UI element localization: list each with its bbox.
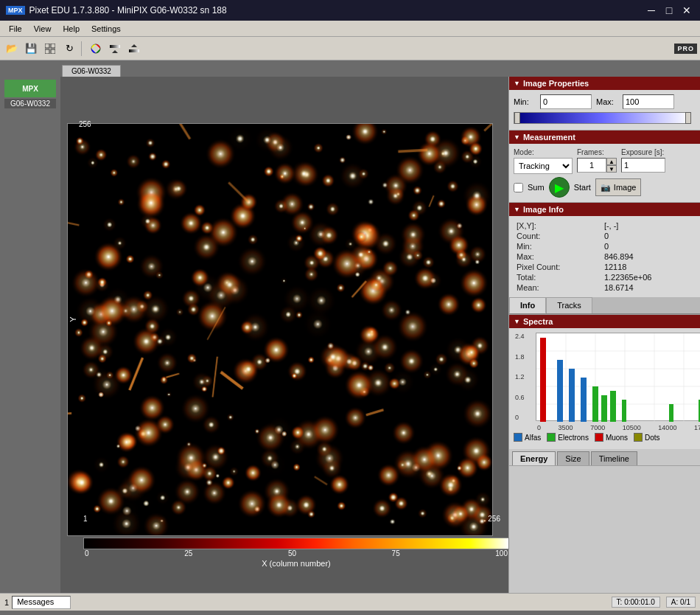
svg-rect-26 [592,386,598,422]
maximize-button[interactable]: □ [662,4,676,16]
tab-energy[interactable]: Energy [512,451,556,465]
sum-row: Sum ▶ Start 📷 Image [514,177,696,198]
app-title: Pixet EDU 1.7.3.880 - MiniPIX G06-W0332 … [29,5,227,15]
sidebar: MPX G06-W0332 [0,77,60,593]
legend-electrons: Electrons [547,433,589,442]
right-panel: ▼ Image Properties Min: Max: [508,77,700,593]
ip-max-input[interactable] [623,94,674,109]
x-axis-right-label: 256 [488,515,500,523]
exposure-label: Exposure [s]: [621,148,665,156]
grid-button[interactable] [41,40,59,58]
tab-tracks[interactable]: Tracks [546,297,592,313]
mode-label: Mode: [514,148,573,156]
meas-arrow-icon: ▼ [514,133,520,141]
menu-file[interactable]: File [3,23,28,35]
close-button[interactable]: ✕ [679,4,694,16]
measurement-section: ▼ Measurement Mode: Tracking Counting TO… [509,131,700,203]
tab-info[interactable]: Info [509,297,546,313]
spectra-chart [536,333,700,421]
image-button[interactable]: 📷 Image [595,178,642,196]
x-axis-left-label: 1 [83,515,88,523]
legend-muons: Muons [595,433,628,442]
time-display: T: 0:00:01.0 [612,597,660,608]
menu-view[interactable]: View [28,23,57,35]
device-button[interactable]: MPX [4,80,56,97]
spectra-svg [536,333,700,422]
refresh-button[interactable]: ↻ [60,40,78,58]
info-tracks-tabs: Info Tracks [509,297,700,314]
spectra-arrow-icon: ▼ [514,318,520,325]
save-button[interactable]: 💾 [22,40,40,58]
ip-min-input[interactable] [540,94,592,109]
menu-settings[interactable]: Settings [85,23,127,35]
image-container: 256 Y 1 256 0 25 50 75 100 X (co [67,123,502,547]
detector-canvas[interactable] [67,123,493,536]
frames-down-btn[interactable]: ▼ [606,165,617,173]
device-label: G06-W0332 [4,99,56,108]
app-icon: MPX [6,6,25,15]
table-row: [X,Y]:[-, -] [514,220,696,231]
svg-rect-2 [45,49,49,54]
toolbar-separator [81,41,84,56]
sum-checkbox[interactable] [514,183,523,192]
frames-up-btn[interactable]: ▲ [606,158,617,165]
ip-slider[interactable] [514,112,696,124]
ip-max-label: Max: [596,97,618,106]
color-button[interactable] [87,40,105,58]
svg-rect-3 [51,49,55,54]
frames-spinner[interactable]: ▲ ▼ [606,158,617,173]
colorbar-labels: 0 25 50 75 100 [83,549,509,557]
colorbar [83,538,509,549]
messages-display: Messages [12,596,71,609]
table-row: Pixel Count:12118 [514,262,696,272]
svg-rect-25 [581,378,587,422]
ii-arrow-icon: ▼ [514,206,520,213]
svg-marker-6 [112,50,118,53]
start-label: Start [574,183,591,192]
canvas-area: 256 Y 1 256 0 25 50 75 100 X (co [60,77,508,593]
svg-rect-28 [610,391,616,422]
table-row: Mean:18.6714 [514,282,696,293]
palette-up-button[interactable] [125,40,143,58]
menu-help[interactable]: Help [57,23,85,35]
device-tab[interactable]: G06-W0332 [62,65,121,77]
main-layout: MPX G06-W0332 256 Y 1 256 0 25 [0,77,700,593]
tab-bar: G06-W0332 [0,60,700,77]
svg-rect-5 [110,45,120,48]
pro-badge: PRO [674,44,697,54]
image-info-header: ▼ Image Info [509,203,700,216]
status-bar: 1 Messages T: 0:00:01.0 A: 0/1 [0,593,700,611]
image-properties-content: Min: Max: [509,90,700,130]
status-right: T: 0:00:01.0 A: 0/1 [612,597,696,608]
open-button[interactable]: 📂 [3,40,21,58]
frames-input[interactable] [577,158,606,173]
table-row: Total:1.22365e+06 [514,272,696,282]
acq-display: A: 0/1 [666,597,696,608]
legend-alfas: Alfas [514,433,541,442]
tab-timeline[interactable]: Timeline [591,451,637,465]
ip-slider-thumb-right[interactable] [685,112,691,124]
svg-rect-1 [51,44,55,48]
tab-size[interactable]: Size [557,451,589,465]
svg-rect-7 [129,49,139,52]
table-row: Min:0 [514,241,696,251]
minimize-button[interactable]: ─ [644,4,659,16]
mode-select[interactable]: Tracking Counting TOA TOT [514,158,573,174]
svg-rect-22 [540,338,546,422]
exposure-input[interactable] [621,158,665,173]
ip-slider-track[interactable] [514,112,690,124]
alfas-color [514,433,522,442]
image-info-content: [X,Y]:[-, -] Count:0 Min:0 Max:846.894 P… [509,216,700,297]
palette-down-button[interactable] [106,40,124,58]
svg-rect-23 [557,360,563,422]
svg-rect-24 [569,369,575,422]
muons-color [595,433,603,442]
svg-rect-30 [669,404,673,422]
start-button[interactable]: ▶ [549,177,570,198]
y-axis-top-label: 256 [79,120,91,128]
ip-slider-thumb-left[interactable] [514,112,520,124]
dots-color [634,433,643,442]
start-icon: ▶ [555,181,564,195]
measurement-header: ▼ Measurement [509,131,700,144]
spectra-y-labels: 2.4 1.8 1.2 0.6 0 [515,333,525,421]
